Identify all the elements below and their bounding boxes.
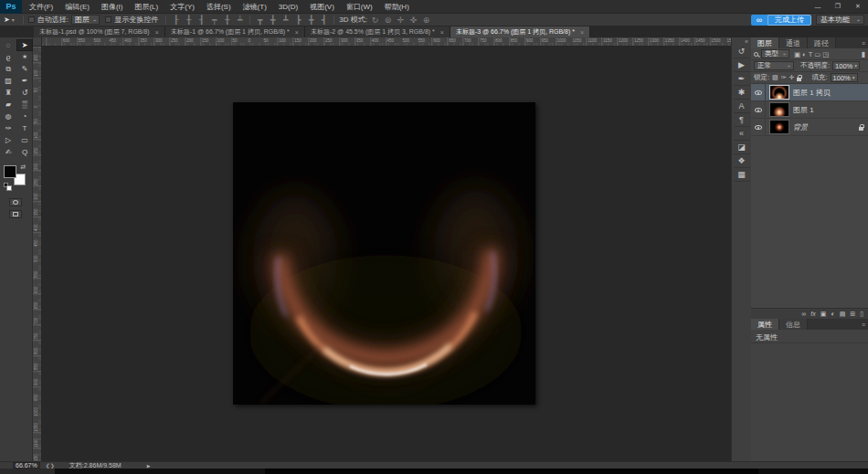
swatches-panel-icon[interactable]: ▦	[734, 168, 750, 182]
tab-close-icon[interactable]: ×	[155, 29, 159, 36]
clone-source-panel-icon[interactable]: «	[734, 127, 750, 141]
filter-adjustment-layers-icon[interactable]: ◐	[802, 50, 807, 58]
delete-layer-icon[interactable]: ▯	[860, 311, 863, 318]
history-panel-icon[interactable]: ↺	[734, 45, 750, 58]
align-right-icon[interactable]: ┨	[196, 16, 206, 25]
clone-stamp-tool[interactable]: ♜	[0, 87, 16, 99]
layer-thumbnail[interactable]	[769, 120, 789, 134]
new-group-icon[interactable]: ▤	[840, 311, 846, 318]
filter-smart-objects-icon[interactable]: ◳	[822, 50, 829, 58]
pen-tool[interactable]: ✑	[0, 122, 16, 134]
layer-name[interactable]: 图层 1 拷贝	[793, 88, 831, 98]
paragraph-panel-icon[interactable]: ¶	[734, 113, 750, 127]
document-tab[interactable]: 未标题-1.psd @ 100% (图层 7, RGB/8)×	[34, 26, 165, 37]
new-adjustment-icon[interactable]: ◐	[831, 311, 834, 317]
lock-pixels-icon[interactable]: ✑	[781, 74, 787, 81]
hand-tool[interactable]: ✍	[0, 146, 16, 158]
new-layer-icon[interactable]: ⊞	[850, 311, 855, 318]
filter-type-layers-icon[interactable]: T	[809, 50, 813, 58]
path-select-tool[interactable]: ▷	[0, 134, 16, 146]
menu-item[interactable]: 文件(F)	[29, 2, 53, 12]
panel-tab-图层[interactable]: 图层	[751, 37, 779, 48]
auto-select-checkbox[interactable]	[28, 16, 35, 23]
dodge-tool[interactable]: ◔	[16, 111, 33, 122]
shape-tool[interactable]: ▭	[16, 134, 33, 146]
tab-close-icon[interactable]: ×	[440, 29, 444, 36]
align-bottom-icon[interactable]: ┷	[235, 16, 245, 25]
brush-panel-icon[interactable]: ✒	[734, 72, 750, 86]
layer-row[interactable]: 背景	[751, 119, 868, 136]
fill-field[interactable]: 100% ▾	[831, 73, 858, 82]
close-button[interactable]: ✕	[848, 1, 868, 13]
document-tab[interactable]: 未标题-1 @ 66.7% (图层 1 拷贝, RGB/8) *×	[165, 26, 305, 37]
adjustments-panel-icon[interactable]: ◪	[734, 141, 750, 154]
menu-item[interactable]: 滤镜(T)	[243, 2, 267, 12]
foreground-color-swatch[interactable]	[4, 165, 16, 178]
lock-all-icon[interactable]	[797, 78, 801, 81]
panel-tab-路径[interactable]: 路径	[808, 37, 836, 48]
link-layers-icon[interactable]: ∞	[801, 311, 806, 317]
align-center-v-icon[interactable]: ╂	[222, 16, 232, 25]
screen-mode-button[interactable]	[9, 210, 22, 218]
show-transform-checkbox[interactable]	[105, 16, 111, 23]
document-tab[interactable]: 未标题-3 @ 66.7% (图层 1 拷贝, RGB/8) *×	[450, 26, 590, 37]
blend-mode-dropdown[interactable]: 正常 ÷	[754, 61, 794, 70]
3d-scale-icon[interactable]: ⊕	[421, 16, 431, 25]
move-tool[interactable]: ➤	[16, 39, 33, 51]
tool-preset-caret-icon[interactable]: ▾	[12, 16, 15, 23]
restore-button[interactable]: ❐	[828, 1, 848, 13]
windows-taskbar[interactable]	[0, 469, 868, 474]
3d-rotate-icon[interactable]: ↻	[370, 16, 380, 25]
menu-item[interactable]: 编辑(E)	[65, 2, 90, 12]
blur-tool[interactable]: ◍	[0, 111, 16, 122]
status-menu-arrow-icon[interactable]: ▶	[147, 463, 151, 469]
distribute-center-v-icon[interactable]: ╋	[268, 16, 278, 25]
visibility-toggle[interactable]	[751, 101, 766, 118]
menu-item[interactable]: 图像(I)	[101, 2, 123, 12]
filter-pixel-layers-icon[interactable]: ▣	[794, 50, 800, 58]
layer-name[interactable]: 背景	[793, 122, 808, 132]
panel-tab-通道[interactable]: 通道	[779, 37, 808, 48]
upload-complete-button[interactable]: 完成上传	[767, 15, 811, 26]
panel-tab-属性[interactable]: 属性	[751, 319, 779, 330]
layer-thumbnail[interactable]	[769, 102, 789, 117]
brush-tool[interactable]: ✒	[16, 75, 33, 87]
minimize-button[interactable]: —	[808, 1, 828, 13]
type-tool[interactable]: T	[16, 122, 33, 134]
menu-item[interactable]: 帮助(H)	[385, 2, 409, 12]
eraser-tool[interactable]: ▰	[0, 99, 16, 111]
align-center-h-icon[interactable]: ╂	[184, 16, 194, 25]
healing-brush-tool[interactable]: ▨	[0, 75, 16, 87]
layer-thumbnail[interactable]	[769, 85, 789, 100]
distribute-bottom-icon[interactable]: ┻	[281, 16, 291, 25]
horizontal-ruler[interactable]: 6005505004504003503002502001501005005010…	[42, 37, 731, 47]
styles-panel-icon[interactable]: ❖	[734, 154, 750, 168]
document-tab[interactable]: 未标题-2 @ 45.5% (图层 1 拷贝 3, RGB/8) *×	[305, 26, 450, 37]
align-top-icon[interactable]: ┯	[209, 16, 219, 25]
collapse-panels-icon[interactable]: «	[745, 38, 748, 45]
filter-shape-layers-icon[interactable]: ▭	[814, 50, 820, 58]
visibility-toggle[interactable]	[751, 119, 766, 135]
lock-position-icon[interactable]: ✛	[789, 74, 795, 81]
workspace-dropdown[interactable]: 基本功能 ÷	[816, 15, 864, 25]
3d-slide-icon[interactable]: ✜	[408, 16, 418, 25]
3d-drag-icon[interactable]: ✛	[396, 16, 406, 25]
tab-close-icon[interactable]: ×	[580, 29, 584, 36]
visibility-toggle[interactable]	[751, 84, 766, 100]
tool-presets-panel-icon[interactable]: ✱	[734, 86, 750, 100]
history-brush-tool[interactable]: ↺	[16, 87, 33, 99]
menu-item[interactable]: 视图(V)	[310, 2, 334, 12]
default-colors-icon[interactable]	[4, 183, 8, 187]
menu-item[interactable]: 3D(D)	[279, 3, 298, 11]
panel-menu-icon[interactable]: ≡	[862, 319, 868, 330]
layer-row[interactable]: 图层 1 拷贝	[751, 84, 868, 101]
magic-wand-tool[interactable]: ✶	[16, 51, 33, 63]
menu-item[interactable]: 选择(S)	[206, 2, 231, 12]
actions-panel-icon[interactable]: ▶	[734, 58, 750, 72]
menu-item[interactable]: 图层(L)	[134, 2, 158, 12]
distribute-center-h-icon[interactable]: ╋	[306, 16, 316, 25]
swap-colors-icon[interactable]: ⇄	[20, 163, 26, 171]
tab-close-icon[interactable]: ×	[295, 29, 299, 36]
layer-name[interactable]: 图层 1	[793, 105, 814, 115]
align-left-icon[interactable]: ┠	[171, 16, 181, 25]
